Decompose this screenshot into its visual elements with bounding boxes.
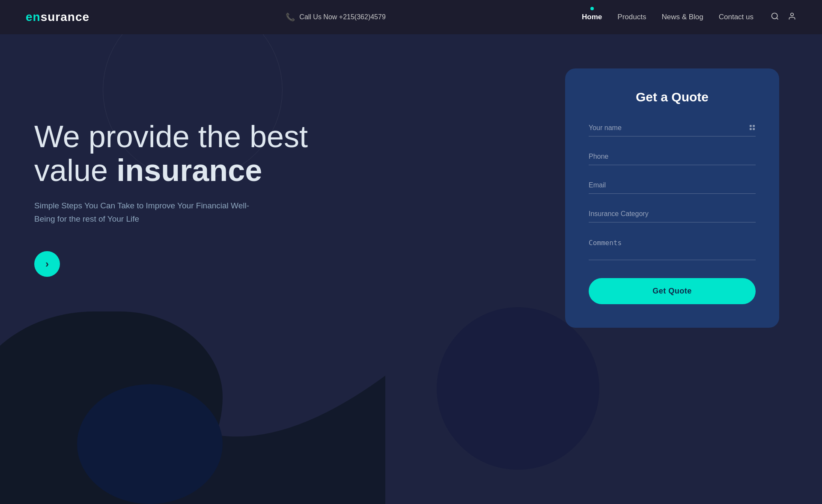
hero-title: We provide the best value insurance xyxy=(34,120,334,187)
name-field-wrapper xyxy=(589,120,756,136)
nav-link-home[interactable]: Home xyxy=(582,13,602,21)
hero-content-left: We provide the best value insurance Simp… xyxy=(0,34,565,277)
hero-title-bold: insurance xyxy=(116,153,262,187)
hero-subtitle: Simple Steps You Can Take to Improve You… xyxy=(34,199,257,225)
svg-rect-5 xyxy=(750,128,752,130)
name-field-icon xyxy=(749,124,756,133)
category-field-wrapper xyxy=(589,206,756,222)
svg-rect-3 xyxy=(750,125,752,127)
user-icon xyxy=(788,12,796,21)
hero-title-line1: We provide the best xyxy=(34,119,308,154)
nav-item-contact[interactable]: Contact us xyxy=(719,13,754,21)
nav-active-dot xyxy=(590,7,594,10)
nav-link-news[interactable]: News & Blog xyxy=(661,13,703,21)
bg-blob-2 xyxy=(77,384,223,504)
bg-circle-decoration-2 xyxy=(437,307,599,470)
nav-icons xyxy=(771,12,796,23)
phone-icon: 📞 xyxy=(286,12,295,22)
hero-section: We provide the best value insurance Simp… xyxy=(0,34,822,504)
logo-accent: en xyxy=(26,10,41,24)
quote-form-title: Get a Quote xyxy=(589,90,756,104)
comments-textarea[interactable] xyxy=(589,234,756,260)
search-icon xyxy=(771,12,779,21)
get-quote-button[interactable]: Get Quote xyxy=(589,278,756,304)
email-input[interactable] xyxy=(589,177,756,194)
insurance-category-input[interactable] xyxy=(589,206,756,222)
nav-item-products[interactable]: Products xyxy=(617,13,646,21)
phone-input[interactable] xyxy=(589,148,756,165)
comments-field-wrapper xyxy=(589,234,756,262)
svg-point-0 xyxy=(772,13,777,18)
phone-area: 📞 Call Us Now +215(362)4579 xyxy=(286,12,385,22)
logo[interactable]: ensurance xyxy=(26,10,89,24)
hero-cta-button[interactable]: › xyxy=(34,251,60,277)
svg-rect-4 xyxy=(753,125,755,127)
phone-field-wrapper xyxy=(589,148,756,165)
user-button[interactable] xyxy=(788,12,796,23)
search-button[interactable] xyxy=(771,12,779,23)
svg-point-2 xyxy=(791,13,794,16)
quote-form-card: Get a Quote Get Quote xyxy=(565,68,779,328)
nav-item-news[interactable]: News & Blog xyxy=(661,13,703,21)
phone-label: Call Us Now +215(362)4579 xyxy=(299,13,385,21)
svg-rect-6 xyxy=(753,128,755,130)
navbar: ensurance 📞 Call Us Now +215(362)4579 Ho… xyxy=(0,0,822,34)
nav-links: Home Products News & Blog Contact us xyxy=(582,13,754,21)
name-input[interactable] xyxy=(589,120,756,136)
quote-form: Get Quote xyxy=(589,120,756,304)
hero-title-line2: value xyxy=(34,153,116,187)
svg-line-1 xyxy=(777,18,778,19)
nav-link-contact[interactable]: Contact us xyxy=(719,13,754,21)
nav-item-home[interactable]: Home xyxy=(582,13,602,21)
nav-link-products[interactable]: Products xyxy=(617,13,646,21)
email-field-wrapper xyxy=(589,177,756,194)
logo-main: surance xyxy=(41,10,89,24)
hero-cta-arrow-icon: › xyxy=(45,258,49,270)
